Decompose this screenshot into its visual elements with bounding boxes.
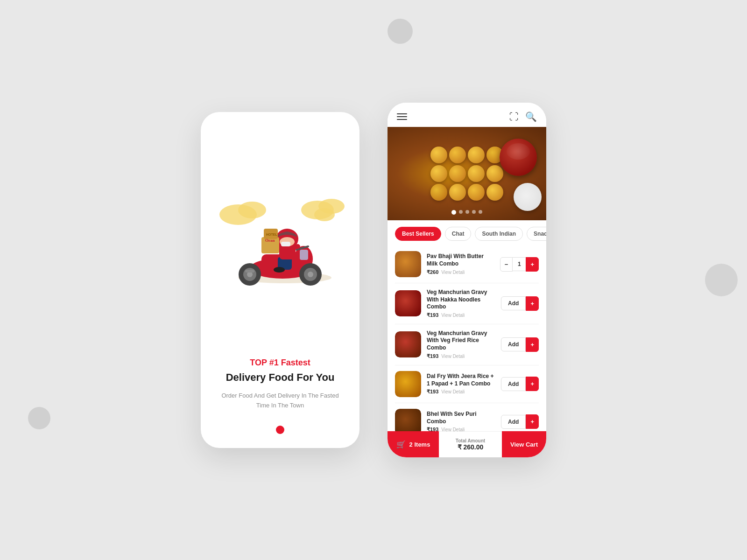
add-btn-group-4: Add + — [501, 377, 539, 391]
food-name-5: Bhel With Sev Puri Combo — [427, 411, 495, 425]
left-text-section: TOP #1 Fastest Delivery Food For You Ord… — [201, 358, 359, 411]
pav-bun — [449, 184, 466, 201]
add-button-4[interactable]: Add — [501, 377, 526, 391]
hero-dot-indicators — [451, 210, 482, 215]
total-amount-section: Total Amount ₹ 260.00 — [439, 431, 502, 457]
food-thumbnail-3 — [395, 331, 421, 357]
pav-bun — [449, 147, 466, 163]
menu-item-2: Veg Manchurian Gravy With Hakka Noodles … — [395, 283, 539, 324]
tab-snacks[interactable]: Snacks — [527, 227, 546, 241]
view-detail-5[interactable]: View Detali — [441, 427, 465, 431]
pav-bun — [430, 147, 447, 163]
food-name-4: Dal Fry With Jeera Rice + 1 Papad + 1 Pa… — [427, 373, 495, 387]
increase-qty-1[interactable]: + — [526, 257, 539, 272]
view-cart-button[interactable]: View Cart — [502, 431, 546, 457]
right-screen: ⛶ 🔍 — [388, 103, 546, 457]
dot-5 — [479, 210, 482, 214]
pav-bun — [430, 184, 447, 201]
pav-bun — [468, 184, 485, 201]
tab-south-indian[interactable]: South Indian — [475, 227, 523, 241]
pav-bun — [468, 147, 485, 163]
bhaji-bowl — [500, 139, 537, 176]
tab-best-sellers[interactable]: Best Sellers — [395, 227, 441, 241]
svg-point-19 — [274, 267, 285, 273]
hero-banner — [388, 127, 546, 220]
add-button-5[interactable]: Add — [501, 415, 526, 429]
food-thumb-img-1 — [395, 251, 421, 277]
side-dish — [514, 183, 542, 211]
food-info-3: Veg Manchurian Gravy With Veg Fried Rice… — [427, 330, 495, 359]
food-thumbnail-1 — [395, 251, 421, 277]
delivery-title: Delivery Food For You — [215, 371, 345, 384]
food-price-4: ₹193 — [427, 389, 438, 395]
dot-2 — [459, 210, 463, 214]
scroll-dot-indicator — [276, 426, 284, 434]
qty-counter-1: − 1 + — [500, 257, 539, 272]
total-label: Total Amount — [456, 438, 485, 443]
tab-chat[interactable]: Chat — [445, 227, 472, 241]
pav-bun — [486, 184, 503, 201]
food-price-3: ₹193 — [427, 353, 438, 359]
food-name-1: Pav Bhaji With Butter Milk Combo — [427, 253, 494, 267]
pav-bun — [468, 165, 485, 182]
view-cart-label: View Cart — [510, 441, 538, 448]
decrease-qty-1[interactable]: − — [500, 257, 513, 272]
hamburger-line-3 — [397, 119, 407, 120]
delivery-illustration: HOTEL Oran — [201, 149, 359, 327]
add-btn-group-5: Add + — [501, 414, 539, 429]
food-thumb-img-2 — [395, 290, 421, 316]
add-plus-3[interactable]: + — [526, 337, 539, 352]
cart-items-button[interactable]: 🛒 2 Items — [388, 431, 439, 457]
add-button-3[interactable]: Add — [501, 337, 526, 351]
menu-item-4: Dal Fry With Jeera Rice + 1 Papad + 1 Pa… — [395, 365, 539, 403]
svg-rect-9 — [300, 250, 308, 260]
add-button-2[interactable]: Add — [501, 296, 526, 310]
food-price-row-4: ₹193 View Detali — [427, 389, 495, 395]
hero-food-bg — [388, 127, 546, 220]
food-thumb-img-4 — [395, 371, 421, 397]
food-price-row-5: ₹193 View Detali — [427, 427, 495, 431]
add-plus-4[interactable]: + — [526, 377, 539, 391]
food-thumbnail-4 — [395, 371, 421, 397]
svg-rect-24 — [281, 242, 290, 246]
category-tabs: Best Sellers Chat South Indian Snacks — [388, 220, 546, 245]
food-name-3: Veg Manchurian Gravy With Veg Fried Rice… — [427, 330, 495, 352]
add-plus-2[interactable]: + — [526, 296, 539, 311]
hamburger-line-2 — [397, 116, 407, 117]
food-name-2: Veg Manchurian Gravy With Hakka Noodles … — [427, 289, 495, 311]
svg-text:HOTEL: HOTEL — [266, 233, 277, 236]
hamburger-line-1 — [397, 113, 407, 114]
view-detail-2[interactable]: View Detali — [441, 313, 465, 318]
view-detail-3[interactable]: View Detali — [441, 354, 465, 359]
expand-icon[interactable]: ⛶ — [509, 112, 519, 122]
food-price-2: ₹193 — [427, 312, 438, 318]
cart-icon: 🛒 — [396, 440, 406, 449]
cart-item-count: 2 Items — [409, 441, 430, 448]
qty-value-1: 1 — [513, 257, 526, 271]
menu-item-3: Veg Manchurian Gravy With Veg Fried Rice… — [395, 324, 539, 365]
add-plus-5[interactable]: + — [526, 414, 539, 429]
food-thumb-img-5 — [395, 409, 421, 431]
screens-container: HOTEL Oran TOP #1 Fastest Delivery Food … — [201, 103, 546, 457]
total-amount-value: ₹ 260.00 — [458, 443, 484, 451]
food-info-2: Veg Manchurian Gravy With Hakka Noodles … — [427, 289, 495, 318]
decorative-circle-top — [388, 19, 413, 44]
svg-rect-17 — [245, 270, 254, 273]
menu-item-5: Bhel With Sev Puri Combo ₹193 View Detal… — [395, 403, 539, 431]
menu-list: Pav Bhaji With Butter Milk Combo ₹260 Vi… — [388, 245, 546, 431]
hamburger-menu-button[interactable] — [397, 113, 407, 120]
food-thumb-img-3 — [395, 331, 421, 357]
left-screen: HOTEL Oran TOP #1 Fastest Delivery Food … — [201, 112, 359, 448]
svg-text:Oran: Oran — [265, 238, 275, 243]
search-icon[interactable]: 🔍 — [525, 111, 537, 122]
view-detail-4[interactable]: View Detali — [441, 389, 465, 394]
header-right-icons: ⛶ 🔍 — [509, 111, 537, 122]
pav-bun — [430, 165, 447, 182]
delivery-subtitle: Order Food And Get Delivery In The Faste… — [215, 391, 345, 411]
add-btn-group-3: Add + — [501, 337, 539, 352]
decorative-circle-left — [28, 407, 50, 429]
food-price-row-1: ₹260 View Detali — [427, 269, 494, 275]
food-price-1: ₹260 — [427, 269, 438, 275]
view-detail-1[interactable]: View Detali — [441, 270, 465, 275]
decorative-circle-right — [705, 264, 738, 296]
